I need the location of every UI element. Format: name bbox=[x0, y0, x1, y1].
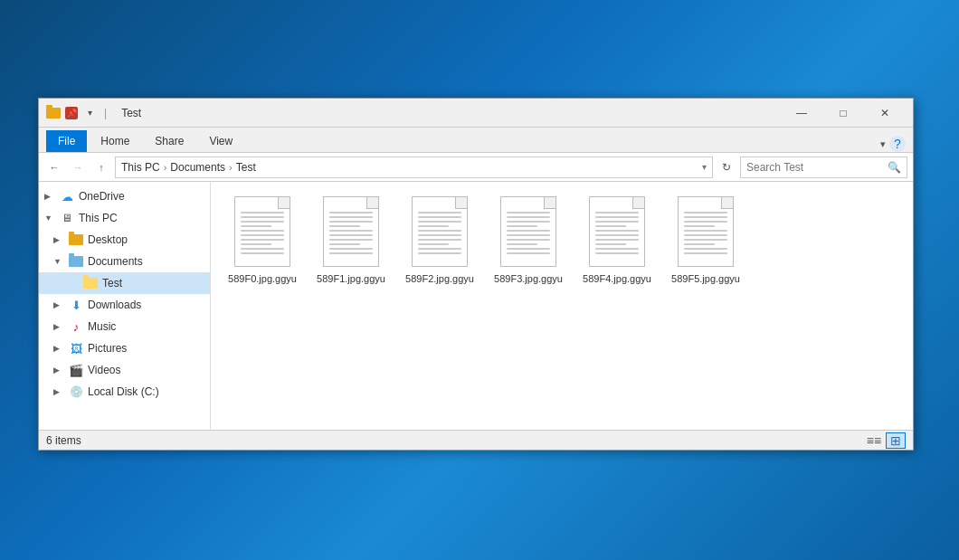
document-page-icon bbox=[678, 196, 734, 267]
doc-line bbox=[595, 221, 639, 223]
file-icon bbox=[231, 196, 294, 269]
doc-line bbox=[595, 225, 626, 227]
main-area: ▶ ☁ OneDrive ▼ 🖥 This PC ▶ Des bbox=[39, 182, 913, 430]
downloads-icon: ⬇ bbox=[68, 298, 84, 312]
ribbon-tabs: File Home Share View ▾ ? bbox=[39, 128, 913, 153]
help-icon[interactable]: ? bbox=[889, 136, 906, 152]
doc-line bbox=[418, 221, 461, 223]
doc-line bbox=[329, 239, 373, 241]
doc-line bbox=[507, 225, 537, 227]
expand-arrow-downloads: ▶ bbox=[53, 300, 68, 309]
close-button[interactable]: ✕ bbox=[864, 99, 906, 128]
doc-line bbox=[595, 243, 626, 245]
back-button[interactable]: ← bbox=[44, 157, 64, 177]
document-page-icon bbox=[500, 196, 556, 267]
grid-view-button[interactable]: ⊞ bbox=[886, 432, 906, 449]
doc-line bbox=[684, 243, 715, 245]
doc-line bbox=[241, 243, 271, 245]
doc-lines bbox=[595, 212, 639, 257]
doc-line bbox=[507, 239, 550, 241]
doc-line bbox=[241, 225, 271, 227]
doc-line bbox=[329, 225, 360, 227]
tab-home[interactable]: Home bbox=[89, 130, 141, 152]
view-buttons: ≡≡ ⊞ bbox=[864, 432, 906, 449]
expand-arrow-thispc: ▼ bbox=[44, 214, 59, 223]
document-page-icon bbox=[589, 196, 645, 267]
doc-line bbox=[418, 230, 461, 232]
doc-line bbox=[507, 243, 537, 245]
forward-button[interactable]: → bbox=[68, 157, 88, 177]
doc-line bbox=[684, 221, 727, 223]
document-page-icon bbox=[234, 196, 290, 267]
sidebar-item-desktop[interactable]: ▶ Desktop bbox=[39, 229, 210, 251]
tab-share[interactable]: Share bbox=[143, 130, 195, 152]
file-item[interactable]: 589F0.jpg.ggyu bbox=[222, 193, 303, 289]
tab-view[interactable]: View bbox=[197, 130, 244, 152]
address-path[interactable]: This PC › Documents › Test ▾ bbox=[115, 157, 713, 178]
disk-icon: 💿 bbox=[68, 384, 84, 399]
sidebar-item-videos[interactable]: ▶ 🎬 Videos bbox=[39, 359, 210, 381]
file-item[interactable]: 589F5.jpg.ggyu bbox=[665, 193, 746, 289]
expand-arrow-pictures: ▶ bbox=[53, 344, 68, 353]
doc-line bbox=[241, 221, 284, 223]
search-icon[interactable]: 🔍 bbox=[888, 161, 901, 174]
minimize-button[interactable]: — bbox=[781, 99, 822, 128]
file-icon bbox=[585, 196, 649, 269]
sidebar-label-downloads: Downloads bbox=[88, 299, 141, 311]
doc-line bbox=[684, 216, 727, 218]
sidebar-item-documents[interactable]: ▼ Documents bbox=[39, 251, 210, 272]
sidebar-item-onedrive[interactable]: ▶ ☁ OneDrive bbox=[39, 185, 210, 207]
sidebar-item-pictures[interactable]: ▶ 🖼 Pictures bbox=[39, 337, 210, 359]
tab-file[interactable]: File bbox=[46, 130, 87, 152]
sidebar-item-music[interactable]: ▶ ♪ Music bbox=[39, 316, 210, 337]
doc-line bbox=[418, 252, 461, 254]
chevron-down-icon[interactable]: ▾ bbox=[880, 138, 886, 150]
onedrive-icon: ☁ bbox=[59, 189, 75, 204]
sidebar-item-localdisk[interactable]: ▶ 💿 Local Disk (C:) bbox=[39, 381, 210, 403]
file-item[interactable]: 589F4.jpg.ggyu bbox=[576, 193, 658, 289]
folder-icon-title bbox=[46, 106, 61, 120]
up-button[interactable]: ↑ bbox=[91, 157, 111, 177]
file-item[interactable]: 589F1.jpg.ggyu bbox=[310, 193, 392, 289]
sidebar-label-documents: Documents bbox=[88, 255, 143, 268]
sidebar-item-downloads[interactable]: ▶ ⬇ Downloads bbox=[39, 294, 210, 316]
doc-line bbox=[241, 252, 284, 254]
document-page-icon bbox=[412, 196, 468, 267]
sidebar-item-thispc[interactable]: ▼ 🖥 This PC bbox=[39, 207, 210, 229]
path-sep-1: › bbox=[164, 162, 167, 173]
doc-line bbox=[507, 252, 550, 254]
list-view-button[interactable]: ≡≡ bbox=[864, 432, 884, 449]
doc-line bbox=[241, 230, 284, 232]
refresh-button[interactable]: ↻ bbox=[717, 157, 736, 177]
file-name: 589F4.jpg.ggyu bbox=[583, 272, 651, 285]
doc-line bbox=[595, 234, 639, 236]
ribbon-right: ▾ ? bbox=[880, 136, 906, 152]
doc-line bbox=[241, 216, 284, 218]
doc-line bbox=[418, 234, 461, 236]
sidebar-label-onedrive: OneDrive bbox=[79, 190, 125, 203]
maximize-button[interactable]: □ bbox=[822, 99, 864, 128]
doc-lines bbox=[418, 212, 461, 257]
doc-line bbox=[684, 248, 727, 250]
doc-line bbox=[684, 252, 727, 254]
expand-arrow-localdisk: ▶ bbox=[53, 387, 68, 396]
sidebar-label-thispc: This PC bbox=[79, 212, 118, 224]
file-icon bbox=[319, 196, 383, 269]
file-item[interactable]: 589F3.jpg.ggyu bbox=[488, 193, 569, 289]
doc-line bbox=[329, 221, 373, 223]
doc-line bbox=[507, 221, 550, 223]
doc-line bbox=[418, 212, 461, 214]
doc-line bbox=[595, 216, 639, 218]
music-icon: ♪ bbox=[68, 319, 84, 334]
doc-line bbox=[595, 248, 639, 250]
file-item[interactable]: 589F2.jpg.ggyu bbox=[399, 193, 480, 289]
path-dropdown-icon[interactable]: ▾ bbox=[702, 162, 707, 172]
search-input[interactable] bbox=[746, 161, 888, 174]
file-name: 589F2.jpg.ggyu bbox=[405, 272, 474, 285]
status-bar: 6 items ≡≡ ⊞ bbox=[39, 430, 913, 450]
doc-line bbox=[329, 248, 373, 250]
file-icon bbox=[497, 196, 560, 269]
sidebar-item-test[interactable]: Test bbox=[39, 272, 210, 294]
doc-line bbox=[329, 234, 373, 236]
path-documents: Documents bbox=[170, 161, 225, 174]
